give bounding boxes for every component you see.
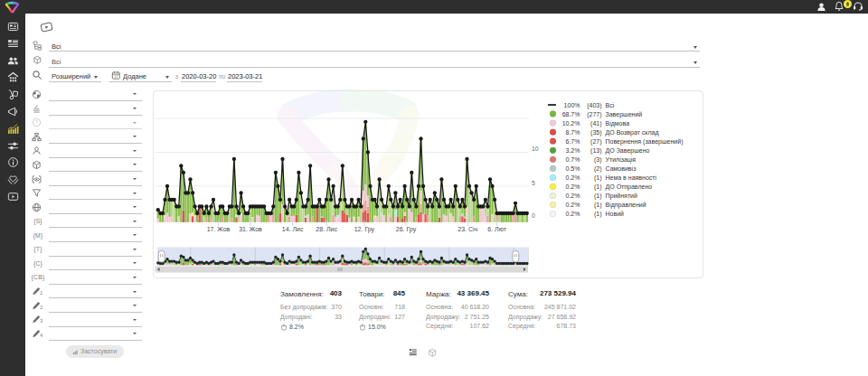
svg-text:17. Жов: 17. Жов	[207, 226, 231, 232]
svg-text:31. Жов: 31. Жов	[239, 226, 262, 232]
svg-text:Повернення (завершений): Повернення (завершений)	[606, 138, 684, 146]
svg-text:Нема в наявності: Нема в наявності	[606, 174, 657, 181]
svg-text:12. Гру: 12. Гру	[354, 226, 375, 233]
svg-text:26. Гру: 26. Гру	[396, 226, 417, 233]
svg-text:(1): (1)	[594, 183, 602, 191]
svg-text:5: 5	[532, 180, 535, 186]
svg-text:68.7%: 68.7%	[562, 111, 580, 118]
svg-text:100%: 100%	[564, 102, 580, 108]
svg-text:0.2%: 0.2%	[566, 202, 580, 208]
svg-text:(1): (1)	[594, 193, 602, 200]
svg-text:(41): (41)	[590, 120, 601, 127]
svg-text:0: 0	[532, 212, 535, 219]
svg-text:(13): (13)	[590, 147, 601, 155]
svg-text:(277): (277)	[587, 111, 601, 118]
svg-text:Новий: Новий	[606, 211, 625, 217]
svg-text:(27): (27)	[590, 138, 601, 146]
svg-text:ДО Возврат склад: ДО Возврат склад	[606, 129, 659, 136]
svg-text:0.2%: 0.2%	[566, 211, 580, 217]
svg-text:(3): (3)	[594, 156, 602, 164]
svg-text:(2): (2)	[594, 165, 602, 173]
svg-text:10.2%: 10.2%	[562, 120, 580, 127]
svg-text:6.7%: 6.7%	[566, 138, 580, 145]
svg-text:(1): (1)	[594, 202, 602, 209]
svg-text:Відправлений: Відправлений	[606, 202, 646, 209]
svg-text:Завершений: Завершений	[606, 111, 643, 118]
svg-text:8.7%: 8.7%	[566, 129, 580, 136]
svg-text:(1): (1)	[594, 211, 602, 218]
svg-text:3.2%: 3.2%	[566, 147, 580, 154]
svg-text:14. Лис: 14. Лис	[282, 226, 304, 232]
svg-text:0.2%: 0.2%	[566, 174, 580, 181]
svg-text:28. Лис: 28. Лис	[316, 226, 337, 232]
svg-text:6. Лют: 6. Лют	[487, 226, 506, 232]
svg-text:Відмова: Відмова	[606, 120, 630, 127]
svg-text:(35): (35)	[590, 129, 601, 136]
svg-text:(1): (1)	[594, 174, 602, 182]
svg-text:Прийнятий: Прийнятий	[606, 193, 638, 200]
svg-text:Утилізація: Утилізація	[606, 156, 637, 164]
svg-text:0.2%: 0.2%	[566, 193, 580, 199]
svg-text:0.2%: 0.2%	[566, 183, 580, 190]
svg-text:ДО Отправлено: ДО Отправлено	[606, 183, 653, 191]
svg-text:0.5%: 0.5%	[566, 165, 580, 172]
svg-text:10: 10	[532, 146, 539, 152]
svg-text:Всі: Всі	[606, 102, 615, 108]
svg-text:ДО Завершено: ДО Завершено	[606, 147, 650, 155]
svg-text:(403): (403)	[587, 102, 601, 109]
svg-text:23. Січ: 23. Січ	[458, 226, 477, 232]
svg-text:0.7%: 0.7%	[566, 156, 580, 163]
svg-text:Самовивіз: Самовивіз	[606, 165, 637, 172]
